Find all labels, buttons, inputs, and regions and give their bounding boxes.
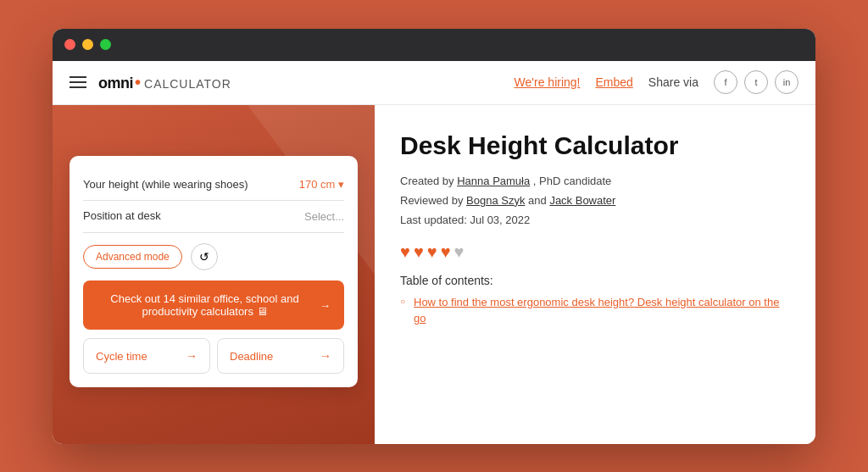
- deadline-link[interactable]: Deadline →: [217, 338, 344, 374]
- heart-3: ♥: [427, 242, 437, 262]
- heart-1: ♥: [400, 242, 410, 262]
- arrow-icon-1: →: [186, 349, 198, 363]
- share-label: Share via: [648, 75, 698, 89]
- hamburger-menu[interactable]: [70, 76, 86, 88]
- brand-dot: •: [135, 73, 141, 92]
- heart-2: ♥: [414, 242, 424, 262]
- hiring-link[interactable]: We're hiring!: [515, 75, 581, 89]
- hearts-rating: ♥ ♥ ♥ ♥ ♥: [400, 242, 790, 262]
- arrow-icon: →: [320, 299, 331, 312]
- heart-5: ♥: [454, 242, 465, 262]
- content-area: Your height (while wearing shoes) 170 cm…: [53, 105, 815, 444]
- created-by-line: Created by Hanna Pamuła , PhD candidate: [400, 171, 790, 191]
- bottom-calc-links: Cycle time → Deadline →: [83, 338, 344, 374]
- decorative-triangle: [248, 105, 375, 275]
- article-meta: Created by Hanna Pamuła , PhD candidate …: [400, 171, 790, 230]
- toc-label: Table of contents:: [400, 274, 790, 287]
- traffic-light-yellow[interactable]: [82, 39, 93, 50]
- author-link[interactable]: Hanna Pamuła: [457, 175, 530, 187]
- brand-logo: omni • CALCULATOR: [98, 73, 231, 92]
- traffic-light-green[interactable]: [100, 39, 111, 50]
- reset-button[interactable]: ↺: [191, 243, 218, 270]
- cycle-time-link[interactable]: Cycle time →: [83, 338, 210, 374]
- embed-link[interactable]: Embed: [595, 75, 632, 89]
- reviewer1-link[interactable]: Bogna Szyk: [466, 194, 525, 207]
- advanced-mode-button[interactable]: Advanced mode: [83, 245, 182, 269]
- share-icons: f t in: [714, 70, 798, 94]
- browser-body: omni • CALCULATOR We're hiring! Embed Sh…: [53, 61, 815, 444]
- linkedin-share-button[interactable]: in: [775, 70, 798, 94]
- twitter-share-button[interactable]: t: [744, 70, 768, 94]
- reset-icon: ↺: [199, 250, 209, 264]
- similar-calculators-button[interactable]: Check out 14 similar office, school and …: [83, 280, 344, 330]
- article-title: Desk Height Calculator: [400, 130, 790, 161]
- top-nav: omni • CALCULATOR We're hiring! Embed Sh…: [53, 61, 815, 105]
- arrow-icon-2: →: [320, 349, 331, 363]
- toc-item-1[interactable]: How to find the most ergonomic desk heig…: [400, 294, 790, 327]
- browser-chrome: [53, 29, 815, 61]
- brand-omni-text: omni: [98, 75, 133, 92]
- browser-window: omni • CALCULATOR We're hiring! Embed Sh…: [53, 29, 815, 444]
- nav-links: We're hiring! Embed Share via f t in: [515, 70, 798, 94]
- article-panel: Desk Height Calculator Created by Hanna …: [375, 105, 815, 444]
- calculator-panel: Your height (while wearing shoes) 170 cm…: [53, 105, 375, 444]
- heart-4: ♥: [441, 242, 451, 262]
- brand-calculator-text: CALCULATOR: [144, 77, 231, 91]
- reviewer2-link[interactable]: Jack Bowater: [549, 194, 615, 207]
- facebook-share-button[interactable]: f: [714, 70, 737, 94]
- reviewed-by-line: Reviewed by Bogna Szyk and Jack Bowater: [400, 191, 790, 210]
- traffic-light-red[interactable]: [64, 39, 75, 50]
- last-updated: Last updated: Jul 03, 2022: [400, 210, 790, 230]
